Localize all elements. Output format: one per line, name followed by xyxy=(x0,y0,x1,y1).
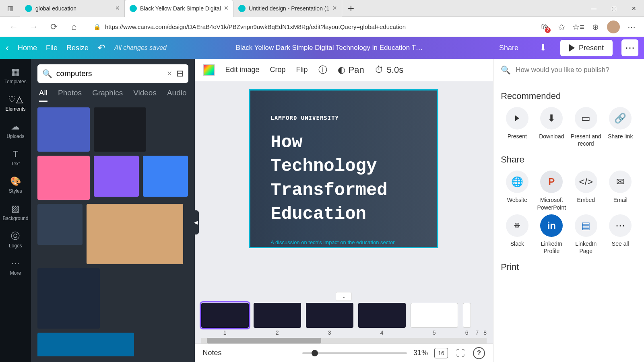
element-thumbnail[interactable] xyxy=(94,156,139,197)
rail-templates[interactable]: ▦Templates xyxy=(0,63,31,88)
slide-thumb[interactable]: 7 xyxy=(476,303,479,336)
tab-videos[interactable]: Videos xyxy=(133,88,157,102)
elements-search[interactable]: 🔍 × ⊟ xyxy=(37,64,188,83)
profile-avatar[interactable] xyxy=(607,21,620,33)
favorites-list-icon[interactable]: ☆≡ xyxy=(573,22,584,32)
tab-audio[interactable]: Audio xyxy=(167,88,187,102)
element-thumbnail[interactable] xyxy=(143,156,188,197)
browser-tab-active[interactable]: Black Yellow Dark Simple Digital × xyxy=(125,0,233,17)
rail-uploads[interactable]: ☁Uploads xyxy=(0,117,31,143)
close-icon[interactable]: × xyxy=(224,4,229,12)
favorite-icon[interactable]: ✩ xyxy=(556,22,567,32)
new-tab-button[interactable]: + xyxy=(342,2,360,15)
slide-thumb[interactable]: 8 xyxy=(483,303,487,336)
flip-button[interactable]: Flip xyxy=(296,66,308,74)
horizontal-scrollbar[interactable] xyxy=(201,338,487,343)
back-button[interactable]: ← xyxy=(7,21,20,33)
file-menu[interactable]: File xyxy=(46,44,58,52)
element-thumbnail[interactable] xyxy=(94,107,146,152)
close-icon[interactable]: × xyxy=(115,4,120,12)
slide-title[interactable]: How Technology Transformed Education xyxy=(270,131,417,226)
publish-website[interactable]: 🌐Website xyxy=(501,171,533,211)
duration-button[interactable]: ⏱5.0s xyxy=(375,65,404,75)
slide-thumb[interactable]: 4 xyxy=(358,303,406,336)
publish-powerpoint[interactable]: PMicrosoft PowerPoint xyxy=(535,171,568,211)
search-input[interactable] xyxy=(56,69,163,78)
publish-embed[interactable]: </>Embed xyxy=(570,171,602,211)
more-icon[interactable]: ⋯ xyxy=(621,39,638,56)
publish-email[interactable]: ✉Email xyxy=(604,171,637,211)
close-window-button[interactable]: ✕ xyxy=(624,0,644,17)
publish-present-record[interactable]: ▭Present and record xyxy=(570,107,602,147)
publish-see-all[interactable]: ⋯See all xyxy=(604,214,637,255)
rail-text[interactable]: TText xyxy=(0,145,31,171)
refresh-button[interactable]: ⟳ xyxy=(47,21,60,33)
element-thumbnail[interactable] xyxy=(37,204,83,245)
collections-icon[interactable]: ⊕ xyxy=(590,22,601,32)
help-icon[interactable]: ? xyxy=(473,347,485,359)
minimize-button[interactable]: — xyxy=(584,0,604,17)
page-count-badge[interactable]: 16 xyxy=(434,348,448,358)
publish-linkedin-page[interactable]: ▤LinkedIn Page xyxy=(570,214,602,255)
edit-image-button[interactable]: Edit image xyxy=(225,66,260,74)
element-thumbnail[interactable]: 8.0s xyxy=(37,333,134,356)
browser-tab[interactable]: global education × xyxy=(20,0,125,17)
home-link[interactable]: Home xyxy=(18,44,37,52)
slide-thumb[interactable]: 6 xyxy=(463,303,471,336)
filter-icon[interactable]: ⊟ xyxy=(176,68,184,79)
publish-share-link[interactable]: 🔗Share link xyxy=(604,107,637,147)
element-thumbnail[interactable] xyxy=(37,107,90,152)
rail-background[interactable]: ▨Background xyxy=(0,200,31,225)
crop-button[interactable]: Crop xyxy=(270,66,286,74)
slide-thumb[interactable]: 2 xyxy=(254,303,301,336)
collapse-panel-icon[interactable]: ◀ xyxy=(193,210,199,234)
tab-actions-icon[interactable]: ▥ xyxy=(0,4,20,12)
publish-present[interactable]: Present xyxy=(501,107,533,147)
element-thumbnail[interactable] xyxy=(87,204,183,264)
share-button[interactable]: Share xyxy=(492,41,526,56)
browser-tab[interactable]: Untitled design - Presentation (1 × xyxy=(233,0,342,17)
fullscreen-icon[interactable]: ⛶ xyxy=(454,348,466,358)
tab-photos[interactable]: Photos xyxy=(58,88,82,102)
rail-styles[interactable]: 🎨Styles xyxy=(0,172,31,198)
zoom-value[interactable]: 31% xyxy=(413,349,428,357)
collapse-strip-icon[interactable]: ⌄ xyxy=(336,292,352,301)
info-icon[interactable]: ⓘ xyxy=(318,64,327,76)
shopping-icon[interactable]: 🛍 xyxy=(539,22,550,32)
tab-graphics[interactable]: Graphics xyxy=(92,88,123,102)
tab-all[interactable]: All xyxy=(39,88,47,102)
present-button[interactable]: Present xyxy=(560,40,613,56)
zoom-slider[interactable] xyxy=(302,352,407,354)
menu-icon[interactable]: ⋯ xyxy=(626,22,637,32)
home-button[interactable]: ⌂ xyxy=(68,21,80,33)
undo-icon[interactable]: ↶ xyxy=(97,42,105,53)
rail-more[interactable]: ⋯More xyxy=(0,254,31,280)
close-icon[interactable]: × xyxy=(332,4,337,12)
slide-thumb[interactable]: 5 xyxy=(411,303,458,336)
publish-download[interactable]: ⬇Download xyxy=(535,107,568,147)
slide-description[interactable]: A discussion on tech's impact on the edu… xyxy=(270,239,417,245)
element-thumbnail[interactable] xyxy=(37,268,100,329)
canvas-viewport[interactable]: LAMFORD UNIVERSITY How Technology Transf… xyxy=(195,81,493,292)
element-thumbnail[interactable] xyxy=(37,156,90,200)
slider-thumb[interactable] xyxy=(312,350,318,356)
publish-search[interactable]: 🔍 xyxy=(493,59,644,81)
forward-button[interactable]: → xyxy=(27,21,40,33)
slide-subtitle[interactable]: LAMFORD UNIVERSITY xyxy=(270,115,417,121)
address-bar[interactable]: 🔒 https://www.canva.com/design/DAEraB4oV… xyxy=(88,19,532,35)
slide-thumb[interactable]: 1 xyxy=(201,303,249,336)
download-icon[interactable]: ⬇ xyxy=(535,39,551,56)
color-picker[interactable] xyxy=(203,64,215,76)
rail-elements[interactable]: ♡△Elements xyxy=(0,90,31,116)
rail-logos[interactable]: ⓒLogos xyxy=(0,227,31,253)
publish-search-input[interactable] xyxy=(516,66,637,74)
clear-icon[interactable]: × xyxy=(167,68,172,79)
scrollbar-thumb[interactable] xyxy=(207,338,321,343)
publish-linkedin-profile[interactable]: inLinkedIn Profile xyxy=(535,214,568,255)
slide-canvas[interactable]: LAMFORD UNIVERSITY How Technology Transf… xyxy=(249,89,438,248)
slide-thumb[interactable]: 3 xyxy=(306,303,353,336)
notes-button[interactable]: Notes xyxy=(203,349,222,357)
publish-slack[interactable]: ❋Slack xyxy=(501,214,533,255)
resize-menu[interactable]: Resize xyxy=(66,44,89,52)
maximize-button[interactable]: ▢ xyxy=(604,0,624,17)
